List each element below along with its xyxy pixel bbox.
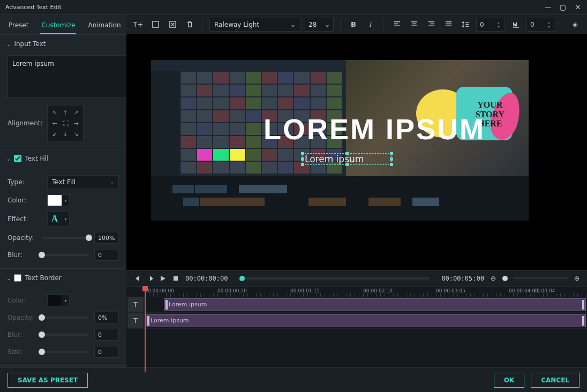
align-tr[interactable]: ↗ [71, 108, 81, 117]
playback-bar: 00:00:00:00 00:00:05:00 ⊖ ⊕ [126, 270, 587, 286]
alignment-label: Alignment: [7, 119, 42, 127]
timecode-duration: 00:00:05:00 [441, 275, 484, 282]
fill-type-select[interactable]: Text Fill⌄ [47, 175, 119, 189]
fill-blur-value[interactable]: 0 [94, 249, 119, 261]
align-br[interactable]: ↘ [71, 129, 81, 139]
section-title-fill: Text Fill [25, 155, 48, 162]
border-size-value[interactable]: 0 [94, 346, 119, 358]
fill-opacity-slider[interactable] [42, 237, 89, 239]
close-button[interactable]: ✕ [574, 3, 582, 11]
align-ml[interactable]: ← [50, 118, 59, 128]
fill-opacity-value[interactable]: 100% [94, 232, 119, 244]
ok-button[interactable]: OK [494, 373, 525, 388]
tab-animation[interactable]: Animation [87, 19, 122, 34]
border-color-label: Color: [7, 297, 42, 304]
align-tl[interactable]: ↖ [50, 108, 59, 117]
save-preset-button[interactable]: SAVE AS PRESET [7, 373, 88, 388]
align-mr[interactable]: → [71, 118, 81, 128]
align-right-icon[interactable] [425, 18, 438, 31]
chevron-down-icon: ⌄ [6, 41, 11, 47]
tab-preset[interactable]: Preset [7, 19, 29, 34]
preview-text-selection[interactable]: Lorem ipsum [302, 153, 392, 165]
border-opacity-value[interactable]: 0% [94, 312, 119, 323]
text-transform-icon[interactable] [149, 18, 162, 31]
step-back-button[interactable] [134, 275, 140, 282]
blur-label: Blur: [7, 251, 36, 259]
timecode-current: 00:00:00:00 [185, 275, 228, 282]
text-remove-icon[interactable] [166, 18, 179, 31]
text-fill-checkbox[interactable] [14, 155, 21, 162]
chevron-down-icon: ⌄ [6, 156, 11, 162]
scrub-bar[interactable] [239, 277, 430, 280]
input-text-area[interactable]: Lorem ipsum [7, 55, 126, 98]
preview-canvas[interactable]: YOUR STORY HERE LOREM IPSUM Lorem ipsum [126, 34, 587, 270]
fill-effect-dropdown[interactable]: ▾ [62, 212, 70, 227]
alignment-grid: ↖↑↗ ←⛶→ ↙↓↘ [47, 105, 84, 141]
section-header-fill[interactable]: ⌄ Text Fill [0, 149, 126, 168]
align-center-icon[interactable] [408, 18, 420, 31]
cancel-button[interactable]: CANCEL [531, 373, 580, 388]
anchor-icon[interactable]: ◈ [569, 18, 582, 31]
fill-color-dropdown[interactable]: ▾ [62, 194, 70, 206]
add-text-icon[interactable]: T+ [132, 18, 145, 31]
char-spacing-input[interactable]: 0▴▾ [526, 18, 555, 32]
prev-frame-button[interactable] [147, 275, 153, 282]
zoom-out-button[interactable]: ⊖ [491, 275, 496, 282]
line-spacing-icon[interactable] [459, 18, 472, 31]
align-justify-icon[interactable] [442, 18, 455, 31]
border-opacity-slider[interactable] [42, 316, 89, 319]
align-left-icon[interactable] [390, 18, 403, 31]
border-blur-slider[interactable] [42, 334, 89, 336]
opacity-label: Opacity: [7, 234, 36, 242]
border-size-slider[interactable] [42, 351, 89, 353]
border-blur-value[interactable]: 0 [94, 329, 119, 341]
italic-button[interactable]: I [364, 18, 377, 31]
border-color-dropdown[interactable]: ▾ [62, 295, 70, 306]
track-text-icon[interactable]: T [127, 297, 144, 312]
type-label: Type: [7, 178, 42, 186]
align-bl[interactable]: ↙ [50, 129, 59, 139]
border-size-label: Size: [7, 348, 36, 356]
title-bar: Advanced Text Edit — ▢ ✕ [0, 0, 587, 15]
align-bc[interactable]: ↓ [61, 129, 70, 139]
timeline-tracks: T Lorem ipsum T Lorem Ipsum [126, 297, 587, 366]
section-header-input[interactable]: ⌄ Input Text [0, 35, 126, 53]
minimize-button[interactable]: — [544, 3, 552, 11]
zoom-slider[interactable] [502, 276, 508, 281]
border-color-swatch[interactable] [47, 295, 62, 306]
font-family-select[interactable]: Raleway Light⌄ [209, 18, 300, 32]
line-spacing-input[interactable]: 0▴▾ [476, 18, 505, 32]
font-size-select[interactable]: 28⌄ [305, 18, 334, 32]
text-toolbar: T+ Raleway Light⌄ 28⌄ B I 0▴▾ 0▴▾ ◈ [126, 15, 587, 34]
align-tc[interactable]: ↑ [61, 108, 70, 117]
tab-customize[interactable]: Customize [40, 19, 76, 34]
char-spacing-icon[interactable] [509, 18, 522, 31]
section-header-border[interactable]: ⌄ Text Border [0, 269, 126, 287]
fill-blur-slider[interactable] [42, 254, 89, 256]
track-text-icon[interactable]: T [127, 313, 144, 328]
border-blur-label: Blur: [7, 331, 36, 338]
effect-label: Effect: [7, 215, 42, 223]
bold-button[interactable]: B [347, 18, 360, 31]
playhead[interactable] [145, 286, 146, 372]
text-border-checkbox[interactable] [14, 274, 21, 282]
footer: SAVE AS PRESET OK CANCEL [0, 367, 587, 392]
stop-button[interactable] [172, 275, 179, 282]
svg-rect-0 [152, 21, 158, 27]
maximize-button[interactable]: ▢ [559, 3, 567, 11]
timeline-clip[interactable]: Lorem ipsum [164, 298, 586, 311]
color-label: Color: [7, 197, 42, 204]
align-mc[interactable]: ⛶ [61, 118, 70, 128]
chevron-down-icon: ⌄ [6, 275, 11, 281]
fill-effect-preview[interactable]: A [47, 212, 62, 227]
trash-icon[interactable] [183, 18, 196, 31]
fill-color-swatch[interactable] [47, 194, 62, 206]
zoom-in-button[interactable]: ⊕ [574, 275, 580, 282]
timeline-clip[interactable]: Lorem Ipsum [146, 314, 586, 327]
section-title-border: Text Border [25, 274, 61, 282]
timeline-ruler[interactable]: 00:00:00:00 00:00:00:20 00:00:01:15 00:0… [126, 286, 587, 297]
sidebar: Preset Customize Animation ⌄ Input Text … [0, 15, 126, 367]
play-button[interactable] [160, 275, 166, 282]
preview-main-title[interactable]: LOREM IPSUM [264, 112, 485, 146]
mini-timeline [151, 176, 529, 221]
